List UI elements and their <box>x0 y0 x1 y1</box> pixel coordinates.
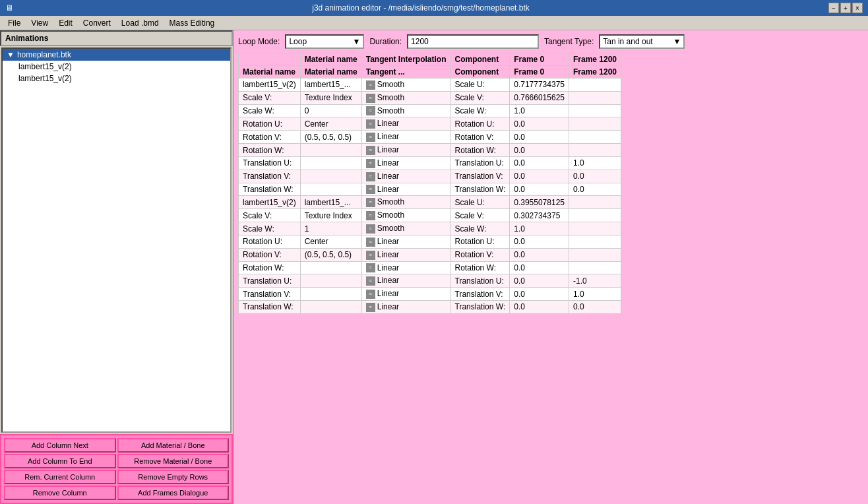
td-interp: ≈Linear <box>361 261 450 274</box>
td-material <box>300 144 361 157</box>
table-header-row1: Material name Tangent Interpolation Comp… <box>239 53 621 66</box>
minimize-button[interactable]: − <box>828 3 839 13</box>
table-row[interactable]: Translation U:≈LinearTranslation U:0.0-1… <box>239 274 621 288</box>
table-row[interactable]: Translation W:≈LinearTranslation W:0.00.… <box>239 301 621 314</box>
td-component: Scale U: <box>450 196 510 209</box>
td-frame0: 1.0 <box>510 222 569 236</box>
td-component: Rotation V: <box>450 131 510 144</box>
table-row[interactable]: lambert15_v(2)lambert15_...≈SmoothScale … <box>239 196 621 209</box>
tree-item-homeplanet[interactable]: ▼ homeplanet.btk <box>3 49 230 61</box>
td-frame1200 <box>569 235 621 248</box>
td-component: Rotation U: <box>450 117 510 131</box>
td-label: Rotation U: <box>239 117 301 131</box>
table-row[interactable]: Translation V:≈LinearTranslation V:0.01.… <box>239 288 621 301</box>
menu-load-bmd[interactable]: Load .bmd <box>116 17 164 29</box>
add-column-next-button[interactable]: Add Column Next <box>4 438 116 453</box>
table-row[interactable]: Rotation W:≈LinearRotation W:0.0 <box>239 144 621 157</box>
td-material: 0 <box>300 104 361 117</box>
td-material: Texture Index <box>300 209 361 222</box>
td-interp: ≈Linear <box>361 274 450 288</box>
td-label: Translation V: <box>239 288 301 301</box>
data-table: Material name Tangent Interpolation Comp… <box>238 53 621 314</box>
app-icon: 🖥 <box>5 3 13 13</box>
table-row[interactable]: Scale W:1≈SmoothScale W:1.0 <box>239 222 621 236</box>
table-header-row2: Material name Material name Tangent ... … <box>239 66 621 79</box>
td-frame1200 <box>569 209 621 222</box>
table-body: lambert15_v(2)lambert15_...≈SmoothScale … <box>239 79 621 314</box>
td-label: lambert15_v(2) <box>239 79 301 92</box>
td-frame1200 <box>569 117 621 131</box>
td-frame0: 1.0 <box>510 104 569 117</box>
table-row[interactable]: Rotation U:Center≈LinearRotation U:0.0 <box>239 235 621 248</box>
interp-icon: ≈ <box>366 159 375 168</box>
th-material-name: Material name <box>300 53 361 66</box>
interp-icon: ≈ <box>366 185 375 194</box>
td-frame1200: 0.0 <box>569 301 621 314</box>
td-material <box>300 274 361 288</box>
menu-convert[interactable]: Convert <box>78 17 116 29</box>
table-row[interactable]: Translation V:≈LinearTranslation V:0.00.… <box>239 170 621 183</box>
remove-empty-rows-button[interactable]: Remove Empty Rows <box>117 470 230 484</box>
interp-icon: ≈ <box>366 146 375 155</box>
td-label: Rotation W: <box>239 144 301 157</box>
interp-icon: ≈ <box>366 133 375 142</box>
maximize-button[interactable]: + <box>840 3 851 13</box>
title-bar-left: 🖥 <box>5 3 13 13</box>
td-label: Rotation U: <box>239 235 301 248</box>
add-material-bone-button[interactable]: Add Material / Bone <box>117 438 230 453</box>
td-material: Center <box>300 117 361 131</box>
table-row[interactable]: Rotation U:Center≈LinearRotation U:0.0 <box>239 117 621 131</box>
menu-file[interactable]: File <box>3 17 26 29</box>
menu-edit[interactable]: Edit <box>53 17 78 29</box>
tree-item-lambert1[interactable]: lambert15_v(2) <box>3 61 230 73</box>
remove-material-bone-button[interactable]: Remove Material / Bone <box>117 454 230 468</box>
right-panel: Loop Mode: Loop ▼ Duration: Tangent Type… <box>234 30 868 504</box>
td-component: Rotation U: <box>450 235 510 248</box>
table-row[interactable]: Rotation V:(0.5, 0.5, 0.5)≈LinearRotatio… <box>239 248 621 261</box>
interp-icon: ≈ <box>366 172 375 181</box>
td-interp: ≈Linear <box>361 301 450 314</box>
table-row[interactable]: lambert15_v(2)lambert15_...≈SmoothScale … <box>239 79 621 92</box>
add-column-to-end-button[interactable]: Add Column To End <box>4 454 116 468</box>
left-panel: Animations ▼ homeplanet.btk lambert15_v(… <box>0 30 234 504</box>
menu-view[interactable]: View <box>26 17 53 29</box>
table-container: Material name Tangent Interpolation Comp… <box>238 53 864 500</box>
td-frame1200: 0.0 <box>569 170 621 183</box>
tree-item-lambert2[interactable]: lambert15_v(2) <box>3 73 230 84</box>
loop-mode-label: Loop Mode: <box>238 37 280 46</box>
table-row[interactable]: Scale V:Texture Index≈SmoothScale V:0.76… <box>239 91 621 104</box>
loop-mode-combo[interactable]: Loop ▼ <box>285 34 364 49</box>
interp-icon: ≈ <box>366 224 375 234</box>
add-frames-dialogue-button[interactable]: Add Frames Dialogue <box>117 486 230 500</box>
td-frame0: 0.0 <box>510 301 569 314</box>
rem-current-column-button[interactable]: Rem. Current Column <box>4 470 116 484</box>
close-button[interactable]: × <box>852 3 863 13</box>
td-interp: ≈Linear <box>361 117 450 131</box>
tangent-type-combo[interactable]: Tan in and out ▼ <box>599 34 685 49</box>
remove-column-button[interactable]: Remove Column <box>4 486 116 500</box>
td-frame1200-hdr: Frame 1200 <box>569 66 621 79</box>
table-row[interactable]: Scale V:Texture Index≈SmoothScale V:0.30… <box>239 209 621 222</box>
duration-input[interactable] <box>407 34 539 49</box>
tree-item-label: lambert15_v(2) <box>18 62 72 71</box>
td-frame0: 0.0 <box>510 117 569 131</box>
table-row[interactable]: Translation W:≈LinearTranslation W:0.00.… <box>239 183 621 196</box>
td-component: Rotation W: <box>450 261 510 274</box>
table-row[interactable]: Rotation V:(0.5, 0.5, 0.5)≈LinearRotatio… <box>239 131 621 144</box>
table-row[interactable]: Scale W:0≈SmoothScale W:1.0 <box>239 104 621 117</box>
td-interp: ≈Smooth <box>361 209 450 222</box>
td-frame0: 0.0 <box>510 131 569 144</box>
td-material: Texture Index <box>300 91 361 104</box>
td-material: 1 <box>300 222 361 236</box>
main-layout: Animations ▼ homeplanet.btk lambert15_v(… <box>0 30 868 504</box>
td-interp: ≈Linear <box>361 144 450 157</box>
menu-mass-editing[interactable]: Mass Editing <box>164 17 220 29</box>
td-interp: ≈Linear <box>361 131 450 144</box>
th-tangent-interp: Tangent Interpolation <box>361 53 450 66</box>
td-interp: ≈Linear <box>361 248 450 261</box>
td-material <box>300 170 361 183</box>
table-row[interactable]: Rotation W:≈LinearRotation W:0.0 <box>239 261 621 274</box>
table-row[interactable]: Translation U:≈LinearTranslation U:0.01.… <box>239 156 621 170</box>
td-frame0: 0.0 <box>510 183 569 196</box>
td-component: Translation U: <box>450 156 510 170</box>
